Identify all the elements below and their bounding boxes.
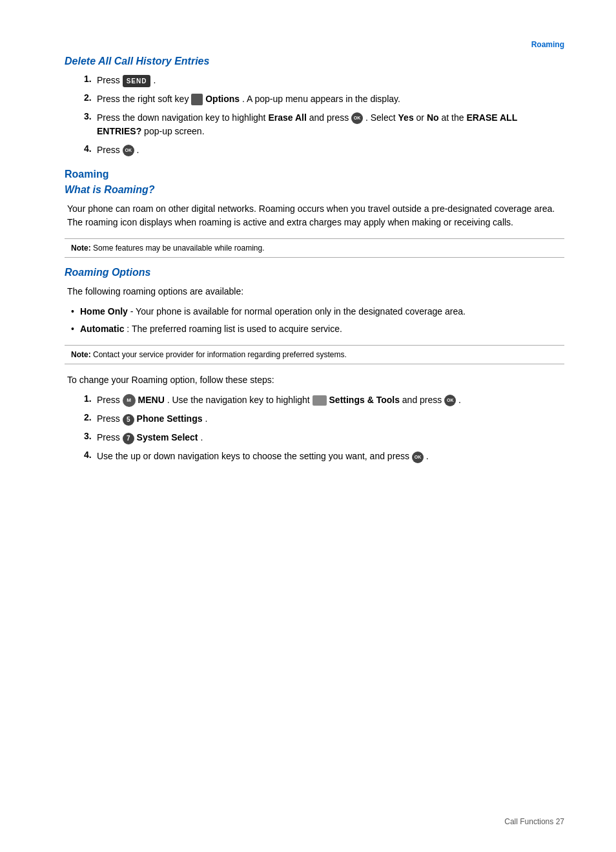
home-only-label: Home Only xyxy=(80,306,128,317)
note-box-2: Note: Contact your service provider for … xyxy=(65,345,564,364)
settings-icon xyxy=(313,395,327,406)
roaming-option-automatic: Automatic : The preferred roaming list i… xyxy=(71,322,564,336)
delete-steps-list: 1. Press SEND . 2. Press the right soft … xyxy=(84,74,564,157)
step2-text-before: Press the right soft key xyxy=(97,94,191,104)
cstep4-text-after: . xyxy=(426,451,429,461)
change-step-1: 1. Press MENU . Use the navigation key t… xyxy=(84,393,564,407)
step4-text-before: Press xyxy=(97,145,123,155)
page-header: Roaming xyxy=(65,39,564,49)
footer-text: Call Functions xyxy=(504,817,553,826)
step3-text-mid: and press xyxy=(309,112,351,123)
note1-label: Note: xyxy=(71,244,91,253)
step3-erase-all: Erase All xyxy=(268,112,306,123)
cstep3-text-before: Press xyxy=(97,432,123,442)
cstep1-text-end: . xyxy=(458,395,461,405)
roaming-options-para: The following roaming options are availa… xyxy=(67,285,564,298)
cstep1-text-mid: . Use the navigation key to highlight xyxy=(167,395,313,405)
footer-page: 27 xyxy=(556,817,564,826)
step-1-content: Press SEND . xyxy=(97,75,156,85)
step-num-1: 1. xyxy=(84,74,92,84)
change-para: To change your Roaming option, follow th… xyxy=(67,373,564,387)
change-step-2: 2. Press 5 Phone Settings . xyxy=(84,412,564,426)
what-is-roaming-para: Your phone can roam on other digital net… xyxy=(67,202,564,229)
ok-button-icon-4 xyxy=(123,145,134,156)
change-step-3-content: Press 7 System Select . xyxy=(97,432,203,442)
roaming-option-home-only: Home Only - Your phone is available for … xyxy=(71,305,564,318)
note-box-1: Note: Some features may be unavailable w… xyxy=(65,238,564,258)
cstep2-phone-settings: Phone Settings xyxy=(137,413,203,424)
step4-text-after: . xyxy=(137,145,139,155)
soft-key-icon xyxy=(191,94,203,105)
change-step-4-content: Use the up or down navigation keys to ch… xyxy=(97,451,429,461)
cstep4-text: Use the up or down navigation keys to ch… xyxy=(97,451,412,461)
delete-step-4: 4. Press . xyxy=(84,143,564,157)
automatic-label: Automatic xyxy=(80,324,124,334)
cstep3-system-select: System Select xyxy=(137,432,198,442)
page-footer: Call Functions 27 xyxy=(504,817,564,826)
step3-text-before: Press the down navigation key to highlig… xyxy=(97,112,268,123)
note2-content: Contact your service provider for inform… xyxy=(93,350,347,359)
cstep3-text-after: . xyxy=(200,432,203,442)
step-3-content: Press the down navigation key to highlig… xyxy=(97,112,517,136)
roaming-options-section: Roaming Options The following roaming op… xyxy=(65,267,564,336)
roaming-heading: Roaming xyxy=(65,169,564,180)
send-button-icon: SEND xyxy=(123,75,151,87)
delete-step-3: 3. Press the down navigation key to high… xyxy=(84,111,564,138)
ok-button-icon-c4 xyxy=(412,452,424,463)
change-step-num-1: 1. xyxy=(84,393,92,404)
ok-button-icon-3 xyxy=(351,112,363,124)
cstep1-menu-label: MENU xyxy=(138,395,165,405)
change-step-1-content: Press MENU . Use the navigation key to h… xyxy=(97,395,461,405)
step1-text-before: Press xyxy=(97,75,123,85)
what-is-roaming-title: What is Roaming? xyxy=(65,184,564,196)
roaming-options-title: Roaming Options xyxy=(65,267,564,278)
num-5-button: 5 xyxy=(123,414,134,426)
cstep2-text-before: Press xyxy=(97,413,123,424)
menu-button-icon xyxy=(123,394,136,407)
step-num-3: 3. xyxy=(84,111,92,121)
change-step-2-content: Press 5 Phone Settings . xyxy=(97,413,207,424)
automatic-text: The preferred roaming list is used to ac… xyxy=(132,324,342,334)
automatic-separator: : xyxy=(127,324,132,334)
step-4-content: Press . xyxy=(97,145,139,155)
what-is-roaming-section: What is Roaming? Your phone can roam on … xyxy=(65,184,564,229)
header-label: Roaming xyxy=(531,40,564,49)
step1-text-after: . xyxy=(153,75,156,85)
step-num-2: 2. xyxy=(84,92,92,103)
note1-content: Some features may be unavailable while r… xyxy=(93,244,264,253)
change-step-num-4: 4. xyxy=(84,450,92,460)
step2-text-after: . A pop-up menu appears in the display. xyxy=(242,94,400,104)
cstep1-text-press: Press xyxy=(97,395,123,405)
delete-section-title: Delete All Call History Entries xyxy=(65,56,564,67)
cstep1-text-and-press: and press xyxy=(402,395,444,405)
home-only-separator: - xyxy=(130,306,136,317)
cstep2-text-after: . xyxy=(205,413,207,424)
note2-label: Note: xyxy=(71,350,91,359)
page: Roaming Delete All Call History Entries … xyxy=(0,0,616,852)
delete-step-2: 2. Press the right soft key Options . A … xyxy=(84,92,564,106)
change-step-num-2: 2. xyxy=(84,412,92,422)
ok-button-icon-c1 xyxy=(444,395,456,406)
change-step-num-3: 3. xyxy=(84,431,92,441)
num-7-button: 7 xyxy=(123,433,134,444)
roaming-options-list: Home Only - Your phone is available for … xyxy=(71,305,564,336)
change-step-3: 3. Press 7 System Select . xyxy=(84,431,564,444)
home-only-text: Your phone is available for normal opera… xyxy=(136,306,466,317)
step-num-4: 4. xyxy=(84,143,92,154)
step2-options-label: Options xyxy=(205,94,240,104)
step-2-content: Press the right soft key Options . A pop… xyxy=(97,94,400,104)
delete-section: Delete All Call History Entries 1. Press… xyxy=(65,56,564,157)
change-step-4: 4. Use the up or down navigation keys to… xyxy=(84,450,564,463)
delete-step-1: 1. Press SEND . xyxy=(84,74,564,87)
cstep1-settings-label: Settings & Tools xyxy=(329,395,400,405)
change-steps-list: 1. Press MENU . Use the navigation key t… xyxy=(84,393,564,463)
